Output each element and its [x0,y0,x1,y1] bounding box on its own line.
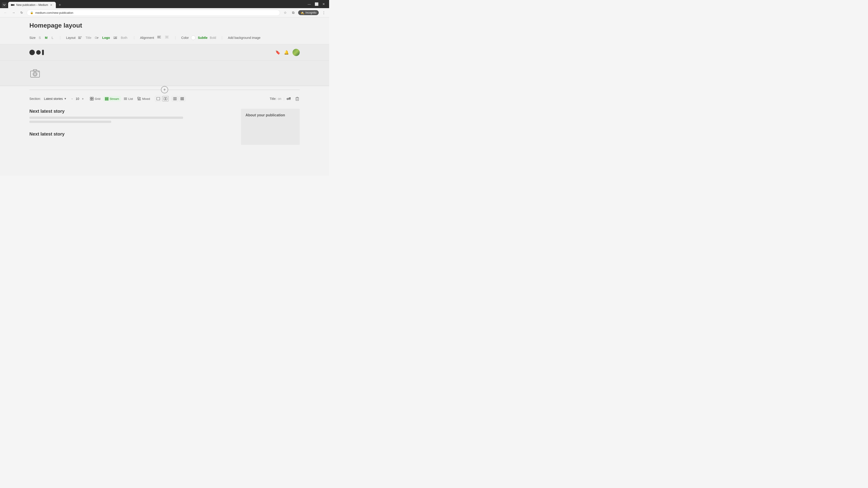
split-view-icon[interactable]: ⧉ [290,9,296,16]
divider-left [29,90,161,90]
layout-both-icon[interactable] [113,35,118,40]
grid-view-button[interactable]: Grid [88,96,102,101]
minimize-button[interactable]: — [307,2,311,6]
tab-switcher[interactable] [2,2,7,7]
incognito-badge[interactable]: 🕵 Incognito [298,10,319,15]
header-preview: 🔖 🔔 [0,44,329,61]
svg-rect-39 [157,97,160,100]
title-control: Title: on | off [270,97,291,101]
story-card-2: Next latest story [29,131,234,139]
logo-dot1 [29,50,35,55]
list-view-button[interactable]: List [122,96,135,101]
size-s-option[interactable]: S [38,35,41,40]
title-on-option[interactable]: on [278,97,281,101]
separator-3: | [175,36,176,40]
divider-right [168,90,300,90]
add-section-button[interactable]: + [161,86,168,93]
title-off-option[interactable]: off [287,97,291,101]
color-control-group: Color Subtle Bold [181,35,216,40]
svg-rect-4 [79,37,81,38]
story-area: Next latest story Next latest story Abou… [0,104,329,149]
color-picker[interactable] [191,35,195,40]
tab-favicon [11,3,14,7]
add-section-wrapper: + [0,86,329,93]
header-actions: 🔖 🔔 [275,49,300,56]
size-control-group: Size S M L [29,35,54,40]
layout-both-label[interactable]: Both [120,35,128,40]
section-controls: Section: Latest stories ▼ - 10 + Grid St… [0,93,329,104]
count-minus-button[interactable]: - [70,96,74,101]
svg-rect-41 [166,97,167,100]
alignment-center-icon[interactable] [164,35,169,41]
close-window-button[interactable]: ✕ [322,2,326,6]
forward-button[interactable]: → [10,9,17,16]
list-view-label: List [128,97,133,101]
story-line-2 [29,121,111,123]
active-tab[interactable]: New publication – Medium ✕ [8,2,56,8]
incognito-label: Incognito [305,11,316,14]
svg-rect-11 [115,38,116,38]
stream-view-button[interactable]: Stream [103,96,121,101]
color-subtle-option[interactable]: Subtle [198,36,208,39]
medium-logo [29,50,44,55]
svg-rect-47 [182,97,183,100]
size-preview-controls [155,96,168,101]
svg-point-23 [38,71,39,72]
section-select[interactable]: Latest stories ▼ [44,97,67,101]
page-title: Homepage layout [29,22,300,29]
svg-point-1 [12,4,14,6]
back-button[interactable]: ← [2,9,8,16]
alignment-left-icon[interactable] [156,35,162,41]
count-plus-button[interactable]: + [81,96,85,101]
separator-1: | [60,36,61,40]
add-background-image-button[interactable]: Add background image [228,36,260,39]
toolbar-actions: ☆ ⧉ 🕵 Incognito ⋮ [282,9,327,16]
logo-bar [42,50,44,55]
svg-point-20 [33,72,37,76]
maximize-button[interactable]: ⬜ [315,2,318,6]
svg-rect-48 [183,97,184,100]
browser-chrome: New publication – Medium ✕ + — ⬜ ✕ ← → ↻… [0,0,329,18]
bookmark-star-icon[interactable]: ☆ [282,9,288,16]
camera-upload-icon[interactable] [29,68,41,79]
tab-close-button[interactable]: ✕ [50,3,53,7]
size-split-button[interactable] [162,96,168,101]
page-content: Homepage layout Size S M L | Layout Titl… [0,18,329,175]
address-bar[interactable]: 🔒 medium.com/new-publication [27,10,280,16]
svg-rect-45 [181,97,181,100]
story-card-1: Next latest story [29,109,234,125]
svg-rect-34 [138,97,139,99]
reload-button[interactable]: ↻ [19,9,25,16]
svg-rect-25 [92,97,93,98]
layout-logo-icon[interactable] [94,35,99,40]
lock-icon: 🔒 [30,11,33,14]
layout-title-label[interactable]: Title [85,35,92,40]
size-l-option[interactable]: L [51,35,54,40]
svg-rect-44 [176,97,177,100]
stories-list: Next latest story Next latest story [29,109,234,145]
more-options-icon[interactable]: ⋮ [320,9,327,16]
window-controls: — ⬜ ✕ [307,2,327,8]
alignment-control-group: Alignment [140,35,169,41]
size-m-option[interactable]: M [44,35,49,40]
grid-4col-button[interactable] [179,96,185,101]
new-tab-button[interactable]: + [57,2,63,8]
color-bold-option[interactable]: Bold [210,36,216,39]
bookmark-icon[interactable]: 🔖 [275,50,280,55]
alignment-label: Alignment [140,36,154,39]
user-avatar[interactable] [292,49,300,56]
layout-control-group: Layout Title Logo Both [66,35,128,40]
grid-3col-button[interactable] [172,96,178,101]
layout-logo-label[interactable]: Logo [101,35,111,40]
svg-rect-26 [90,99,92,100]
layout-title-icon[interactable] [78,35,82,40]
tab-bar: New publication – Medium ✕ + — ⬜ ✕ [0,0,329,8]
controls-bar: Size S M L | Layout Title Logo Both | [0,31,329,44]
delete-section-button[interactable] [295,96,300,101]
section-name: Latest stories [44,97,63,101]
svg-rect-40 [164,97,165,100]
notification-bell-icon[interactable]: 🔔 [284,50,289,55]
mixed-view-button[interactable]: Mixed [135,96,152,101]
upload-area [0,61,329,86]
size-single-button[interactable] [155,96,161,101]
